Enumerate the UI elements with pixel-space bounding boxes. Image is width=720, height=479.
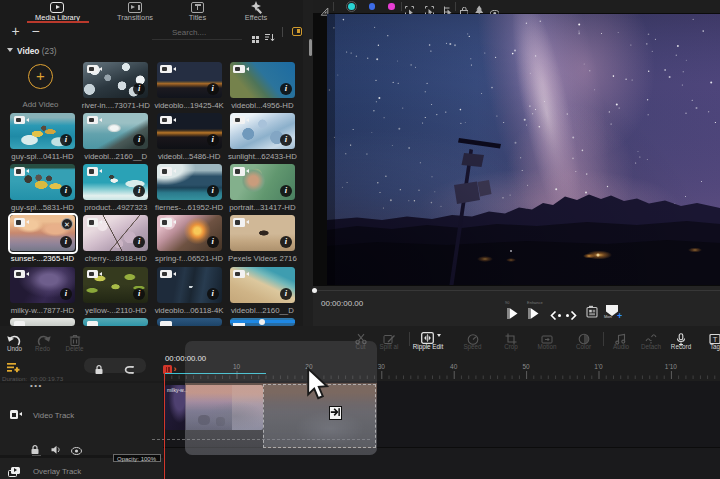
svg-text:50: 50	[522, 363, 530, 370]
svg-text:30: 30	[378, 363, 386, 370]
svg-text:1'0: 1'0	[594, 363, 603, 370]
svg-text:T: T	[713, 334, 718, 343]
svg-text:+: +	[617, 311, 622, 320]
svg-text:40: 40	[450, 363, 458, 370]
svg-text:1'10: 1'10	[665, 363, 677, 370]
